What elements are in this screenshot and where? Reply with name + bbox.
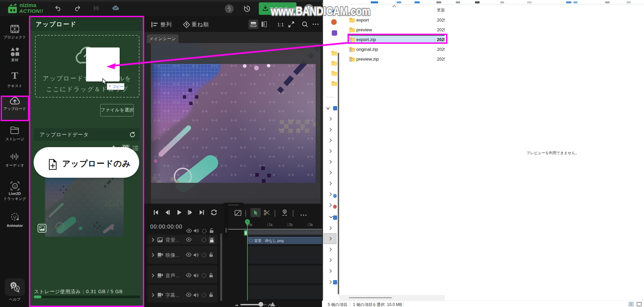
svg-text:A: A	[15, 287, 18, 291]
